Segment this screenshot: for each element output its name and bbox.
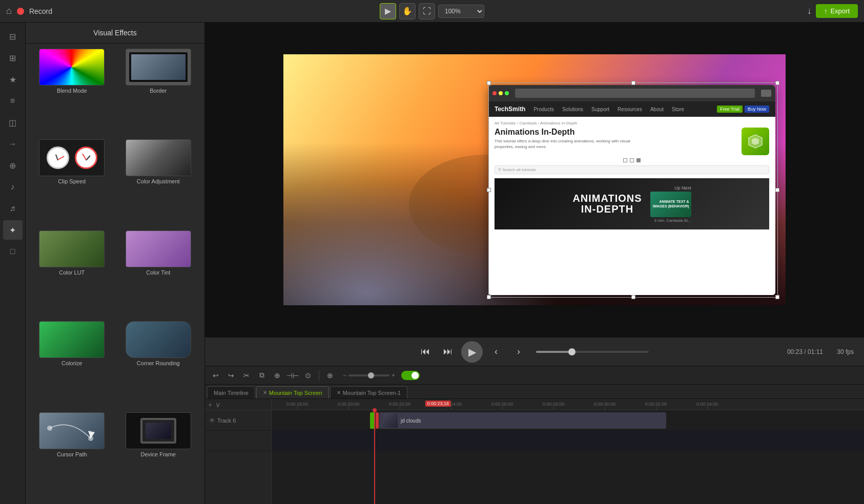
crop-tool-button[interactable]: ⛶ bbox=[419, 3, 435, 19]
track-content: 0:00:18;00 0:00:20;00 0:00:22;00 bbox=[272, 399, 864, 504]
effect-item-border[interactable]: Border bbox=[116, 48, 201, 136]
effect-thumb-cursor-path bbox=[39, 412, 105, 449]
effect-item-color-tint[interactable]: Color Tint bbox=[116, 229, 201, 318]
sidebar-item-voice[interactable]: ♪ bbox=[3, 177, 23, 197]
search-bar: ⚲ Search all tutorials bbox=[495, 165, 769, 174]
effect-thumb-blend-mode bbox=[39, 49, 105, 86]
next-frame-button[interactable]: › bbox=[509, 343, 528, 361]
tab-mountain1-label: Mountain Top Screen-1 bbox=[343, 390, 401, 396]
add-track-button[interactable]: + bbox=[208, 401, 212, 409]
effect-item-color-lut[interactable]: Color LUT bbox=[30, 229, 114, 318]
sidebar-item-layers[interactable]: ◫ bbox=[3, 113, 23, 132]
ruler-mark-30: 0:00:30;00 bbox=[579, 402, 630, 410]
undo-button[interactable]: ↩ bbox=[209, 369, 222, 382]
zoom-minus-icon: − bbox=[343, 372, 346, 379]
sidebar-item-library[interactable]: ⊞ bbox=[3, 48, 23, 68]
cut-button[interactable]: ✂ bbox=[240, 369, 253, 382]
zoom-slider-container: − + bbox=[343, 372, 395, 379]
sidebar-item-media[interactable]: ⊟ bbox=[3, 27, 23, 46]
clip-start-green[interactable] bbox=[370, 412, 375, 429]
ruler-mark-20: 0:00:20;00 bbox=[323, 402, 374, 410]
track-row-empty bbox=[272, 431, 864, 451]
fps-display: 30 fps bbox=[837, 348, 854, 355]
up-next-label: Up Next bbox=[650, 185, 691, 191]
tab-mountain-close-icon[interactable]: ✕ bbox=[263, 390, 267, 395]
tab-mountain1-close-icon[interactable]: ✕ bbox=[337, 390, 341, 395]
rewind-button[interactable]: ⏮ bbox=[416, 343, 435, 361]
techsmith-logo bbox=[742, 128, 769, 155]
sidebar-item-transitions[interactable]: → bbox=[3, 134, 23, 154]
effects-panel-title: Visual Effects bbox=[26, 23, 204, 44]
tab-main-timeline[interactable]: Main Timeline bbox=[207, 386, 255, 398]
effect-thumb-corner-rounding bbox=[126, 321, 191, 358]
effect-item-device-frame[interactable]: Device Frame bbox=[116, 411, 201, 500]
select-tool-button[interactable]: ▶ bbox=[380, 3, 396, 19]
browser-url-bar bbox=[515, 89, 755, 98]
zoom-in-icon[interactable]: ⊕ bbox=[323, 369, 337, 382]
browser-overlay: TechSmith Products Solutions Support Res… bbox=[488, 85, 775, 295]
effect-label-colorize: Colorize bbox=[61, 360, 82, 366]
effect-item-corner-rounding[interactable]: Corner Rounding bbox=[116, 320, 201, 409]
pan-tool-button[interactable]: ✋ bbox=[399, 3, 416, 19]
page-desc: This tutorial offers a deep dive into cr… bbox=[495, 138, 648, 150]
progress-fill bbox=[536, 351, 572, 353]
timeline-body: + ∨ 👁 Track 6 bbox=[205, 399, 864, 504]
sidebar-item-favorites[interactable]: ★ bbox=[3, 70, 23, 89]
top-bar-right: ↓ ↑ Export bbox=[489, 4, 858, 18]
effect-item-color-adjustment[interactable]: Color Adjustment bbox=[116, 138, 201, 227]
browser-search-icon bbox=[761, 90, 771, 97]
effect-item-cursor-path[interactable]: Cursor Path bbox=[30, 411, 114, 500]
playback-controls: ⏮ ⏭ ▶ ‹ › 00:23 / 01:11 30 fps bbox=[205, 337, 864, 366]
redo-button[interactable]: ↪ bbox=[224, 369, 238, 382]
zoom-slider[interactable] bbox=[348, 374, 389, 376]
paste-button[interactable]: ⊕ bbox=[271, 369, 284, 382]
clip-label: jd clouds bbox=[401, 418, 421, 424]
track-label-extra bbox=[205, 431, 271, 451]
top-bar-left: ⌂ Record bbox=[6, 6, 375, 16]
browser-body: TechSmith Products Solutions Support Res… bbox=[488, 101, 775, 295]
step-back-button[interactable]: ⏭ bbox=[439, 343, 457, 361]
video-preview: TechSmith Products Solutions Support Res… bbox=[205, 23, 864, 337]
tab-mountain-top-1[interactable]: ✕ Mountain Top Screen-1 bbox=[330, 386, 408, 398]
play-button[interactable]: ▶ bbox=[461, 341, 483, 363]
prev-frame-button[interactable]: ‹ bbox=[487, 343, 505, 361]
browser-dot-yellow bbox=[499, 91, 503, 95]
effect-item-clip-speed[interactable]: Clip Speed bbox=[30, 138, 114, 227]
sidebar-item-effects[interactable]: ✦ bbox=[3, 220, 23, 240]
sidebar-item-audio[interactable]: ♬ bbox=[3, 199, 23, 218]
effect-item-blend-mode[interactable]: Blend Mode bbox=[30, 48, 114, 136]
zoom-select[interactable]: 100% 50% 75% 150% 200% bbox=[438, 5, 484, 18]
site-nav-store: Store bbox=[672, 107, 684, 112]
video-canvas: TechSmith Products Solutions Support Res… bbox=[283, 54, 786, 305]
ruler-marks: 0:00:18;00 0:00:20;00 0:00:22;00 bbox=[272, 399, 864, 410]
export-button[interactable]: ↑ Export bbox=[816, 4, 858, 18]
ruler-mark-32: 0:00:32;00 bbox=[630, 402, 682, 410]
clip-thumbnail bbox=[383, 413, 398, 428]
track-clip-clouds[interactable]: jd clouds bbox=[379, 412, 666, 429]
collapse-tracks-button[interactable]: ∨ bbox=[215, 401, 220, 409]
toggle-thumb bbox=[412, 372, 419, 379]
sidebar-item-captions[interactable]: ≡ bbox=[3, 91, 23, 111]
track-label-track6: 👁 Track 6 bbox=[205, 410, 271, 431]
progress-track[interactable] bbox=[536, 351, 649, 353]
progress-thumb[interactable] bbox=[568, 348, 575, 355]
home-button[interactable]: ⌂ bbox=[6, 6, 12, 16]
timeline-toggle[interactable] bbox=[401, 371, 420, 380]
copy-button[interactable]: ⧉ bbox=[255, 369, 269, 382]
ruler-mark-34: 0:00:34;00 bbox=[682, 402, 733, 410]
split-button[interactable]: ⊣⊢ bbox=[286, 369, 299, 382]
sidebar-item-search-zoom[interactable]: ⊕ bbox=[3, 156, 23, 175]
effect-item-colorize[interactable]: Colorize bbox=[30, 320, 114, 409]
up-next-thumb: ANIMATE TEXT & IMAGES (BEHAVIOR) bbox=[650, 192, 691, 217]
effect-label-clip-speed: Clip Speed bbox=[58, 178, 86, 184]
tab-mountain-top[interactable]: ✕ Mountain Top Screen bbox=[256, 386, 329, 398]
effect-label-corner-rounding: Corner Rounding bbox=[137, 360, 180, 366]
effect-thumb-border bbox=[126, 49, 191, 86]
sidebar-item-comments[interactable]: □ bbox=[3, 242, 23, 261]
download-button[interactable]: ↓ bbox=[807, 6, 812, 16]
effect-label-color-lut: Color LUT bbox=[59, 269, 85, 276]
snapshot-button[interactable]: ⊙ bbox=[301, 369, 315, 382]
track-vis-icon[interactable]: 👁 bbox=[209, 417, 215, 424]
video-area: TechSmith Products Solutions Support Res… bbox=[205, 23, 864, 504]
clip-start-red[interactable] bbox=[376, 412, 379, 429]
